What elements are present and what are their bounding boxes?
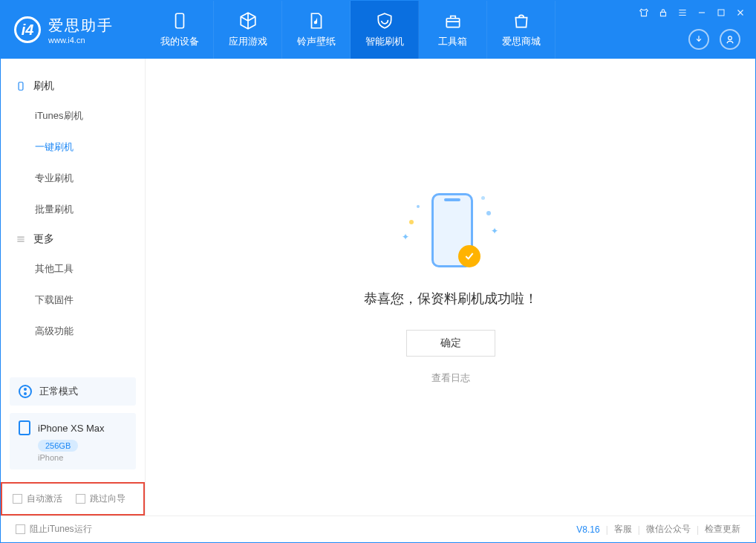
svg-point-4 [729, 36, 732, 40]
highlighted-checkbox-area: 自动激活 跳过向导 [1, 482, 145, 516]
device-icon [170, 11, 189, 30]
ok-button[interactable]: 确定 [406, 330, 495, 357]
main-tabs: 我的设备 应用游戏 铃声壁纸 智能刷机 工具箱 爱思商城 [146, 1, 555, 59]
footer-wechat-link[interactable]: 微信公众号 [646, 523, 691, 536]
device-mode-row[interactable]: 正常模式 [10, 377, 136, 406]
main-content: ✦✦ 恭喜您，保资料刷机成功啦！ 确定 查看日志 [146, 59, 755, 516]
tab-ringtones[interactable]: 铃声壁纸 [282, 1, 351, 59]
tab-my-device[interactable]: 我的设备 [146, 1, 214, 59]
device-name: iPhone XS Max [38, 423, 105, 434]
success-message: 恭喜您，保资料刷机成功啦！ [364, 290, 538, 308]
sidebar-item-download-firmware[interactable]: 下载固件 [1, 284, 145, 316]
sidebar-item-other-tools[interactable]: 其他工具 [1, 253, 145, 284]
header-action-circles [688, 29, 740, 50]
sidebar: 刷机 iTunes刷机 一键刷机 专业刷机 批量刷机 更多 其他工具 下载固件 … [1, 59, 146, 516]
mode-icon [19, 385, 32, 398]
logo-area: i4 爱思助手 www.i4.cn [1, 16, 146, 45]
sidebar-group-more: 更多 [1, 225, 145, 253]
checkbox-auto-activate[interactable]: 自动激活 [13, 492, 62, 505]
app-title: 爱思助手 [48, 16, 114, 36]
svg-rect-1 [446, 19, 459, 27]
tab-store[interactable]: 爱思商城 [487, 1, 555, 59]
version-label: V8.16 [576, 524, 599, 535]
phone-icon [16, 81, 26, 91]
sidebar-group-flash: 刷机 [1, 72, 145, 100]
menu-icon[interactable] [677, 7, 688, 19]
svg-rect-2 [661, 12, 666, 16]
checkmark-badge-icon [458, 245, 480, 267]
sidebar-item-oneclick-flash[interactable]: 一键刷机 [1, 131, 145, 163]
list-icon [16, 234, 26, 244]
header: i4 爱思助手 www.i4.cn 我的设备 应用游戏 铃声壁纸 智能刷机 工具… [1, 1, 755, 59]
footer-update-link[interactable]: 检查更新 [705, 523, 740, 536]
music-file-icon [307, 11, 326, 30]
device-capacity: 256GB [38, 440, 78, 452]
minimize-button[interactable] [696, 7, 708, 19]
sidebar-item-itunes-flash[interactable]: iTunes刷机 [1, 100, 145, 131]
close-button[interactable] [734, 7, 746, 19]
footer: 阻止iTunes运行 V8.16 | 客服 | 微信公众号 | 检查更新 [1, 516, 755, 542]
svg-rect-5 [19, 82, 23, 91]
refresh-shield-icon [375, 11, 394, 30]
device-type: iPhone [38, 453, 127, 462]
device-panel: 正常模式 iPhone XS Max 256GB iPhone [10, 377, 136, 469]
tab-apps-games[interactable]: 应用游戏 [214, 1, 282, 59]
device-phone-icon [19, 420, 30, 435]
success-illustration: ✦✦ [399, 190, 503, 272]
sidebar-item-advanced[interactable]: 高级功能 [1, 316, 145, 347]
svg-rect-3 [718, 10, 724, 16]
maximize-button[interactable] [715, 7, 727, 19]
tshirt-icon[interactable] [638, 7, 650, 19]
download-button[interactable] [688, 29, 709, 50]
checkbox-skip-guide[interactable]: 跳过向导 [76, 492, 126, 505]
cube-icon [238, 11, 258, 30]
toolbox-icon [443, 11, 463, 30]
sidebar-item-pro-flash[interactable]: 专业刷机 [1, 163, 145, 194]
user-button[interactable] [720, 29, 740, 50]
device-info-row[interactable]: iPhone XS Max 256GB iPhone [10, 413, 136, 469]
window-controls [638, 7, 746, 19]
footer-support-link[interactable]: 客服 [614, 523, 632, 536]
tab-toolbox[interactable]: 工具箱 [419, 1, 487, 59]
tab-smart-flash[interactable]: 智能刷机 [351, 1, 419, 59]
checkbox-block-itunes[interactable]: 阻止iTunes运行 [16, 523, 92, 536]
app-subtitle: www.i4.cn [48, 36, 114, 45]
bag-icon [512, 11, 531, 30]
svg-rect-0 [175, 13, 183, 28]
sidebar-item-batch-flash[interactable]: 批量刷机 [1, 194, 145, 225]
view-log-link[interactable]: 查看日志 [431, 371, 470, 385]
lock-icon[interactable] [657, 7, 669, 19]
logo-icon: i4 [14, 16, 41, 43]
